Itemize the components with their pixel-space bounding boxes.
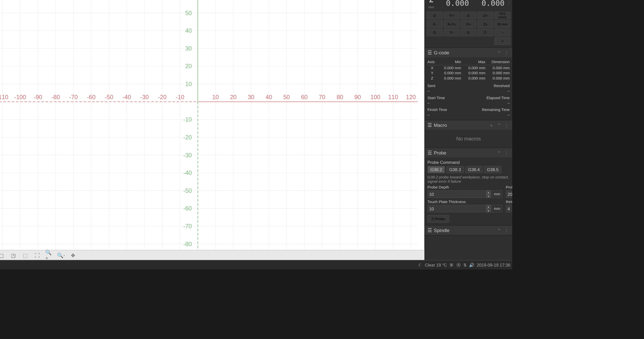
probe-title: Probe	[434, 150, 494, 155]
visualizer-canvas[interactable]: -120-110-100-90-80-70-60-50-40-30-20-101…	[0, 0, 424, 250]
svg-text:-40: -40	[122, 94, 131, 100]
step-dec-button[interactable]: −	[494, 29, 510, 36]
menu-icon: ☰	[427, 227, 432, 233]
jog-y-minus-button[interactable]: Y-	[443, 29, 459, 36]
vb-front-icon[interactable]: ▢	[0, 251, 5, 259]
axes-widget: ☰ Axes ⌨ MDI ⚙ ⌃ ⋮ AxisMachine PositionW…	[425, 0, 512, 48]
vb-cube-icon[interactable]: ⬚	[21, 251, 29, 259]
units-button[interactable]: G21 (mm)	[494, 12, 510, 19]
probe-tab-g382[interactable]: G38.2	[427, 166, 445, 173]
svg-text:-30: -30	[140, 94, 149, 100]
vb-zoomin-icon[interactable]: 🔍+	[45, 251, 53, 259]
svg-text:-90: -90	[34, 94, 42, 100]
probe-collapse-button[interactable]: ⌃	[496, 150, 502, 156]
probe-tab-g383[interactable]: G38.3	[446, 166, 464, 173]
svg-text:20: 20	[185, 63, 192, 69]
macro-empty-text: No macros	[425, 130, 512, 147]
step-inc-button[interactable]: +	[494, 37, 510, 45]
macro-menu-button[interactable]: ⋮	[504, 122, 510, 128]
svg-text:-20: -20	[183, 134, 192, 141]
svg-text:40: 40	[185, 27, 192, 34]
weather-icon: ☾	[418, 263, 422, 268]
touch-plate-label: Touch Plate Thickness	[427, 200, 502, 204]
svg-text:120: 120	[406, 94, 416, 100]
probe-depth-label: Probe Depth	[427, 185, 502, 189]
os-taskbar: ◍ ▪ T ▶ ☾ Clear 19 °C ⛨ ⦿ ⇅ 🔊 2019-09-19…	[0, 260, 512, 269]
svg-text:40: 40	[266, 94, 272, 100]
location-icon[interactable]: ⦿	[456, 263, 461, 268]
svg-text:60: 60	[301, 94, 308, 100]
probe-tab-g385[interactable]: G38.5	[484, 166, 501, 173]
jog-x-minus-button[interactable]: X-	[426, 20, 443, 28]
probe-tab-g384[interactable]: G38.4	[465, 166, 483, 173]
svg-text:-80: -80	[51, 94, 60, 100]
probe-feed-input[interactable]	[506, 190, 512, 198]
volume-icon[interactable]: 🔊	[469, 263, 474, 268]
touch-plate-input[interactable]	[427, 205, 485, 212]
svg-text:30: 30	[248, 94, 254, 100]
svg-text:10: 10	[185, 81, 192, 87]
vb-zoomout-icon[interactable]: 🔍-	[57, 251, 65, 259]
menu-icon: ☰	[427, 150, 432, 156]
spindle-title: Spindle	[434, 228, 494, 233]
retraction-input[interactable]	[506, 205, 512, 212]
jog-xy-zero-button[interactable]: X₀Y₀	[443, 20, 459, 28]
probe-description: G38.2 probe toward workpiece, stop on co…	[427, 175, 509, 183]
spindle-collapse-button[interactable]: ⌃	[496, 227, 502, 233]
svg-text:-60: -60	[183, 205, 192, 212]
visualizer[interactable]: Upload G-code ▾ ▶ ⏸ ■ ✕ -120-110-100-90-…	[0, 0, 424, 260]
svg-text:10: 10	[212, 94, 219, 100]
jog-menu3-button[interactable]: ⊙	[426, 29, 443, 36]
svg-text:90: 90	[354, 94, 361, 100]
gcode-collapse-button[interactable]: ⌃	[496, 50, 502, 56]
probe-widget: ☰ Probe ⌃ ⋮ Probe Command G38.2 G38.3 G3…	[425, 148, 512, 225]
jog-z-zero-button[interactable]: Z₀	[477, 20, 493, 28]
svg-text:-50: -50	[105, 94, 113, 100]
step-size-button[interactable]: 50 mm	[494, 20, 510, 28]
svg-text:-60: -60	[87, 94, 96, 100]
probe-menu-button[interactable]: ⋮	[504, 150, 510, 156]
svg-text:-110: -110	[0, 94, 8, 100]
svg-text:-10: -10	[176, 94, 184, 100]
macro-widget: ☰ Macro + ⌃ ⋮ No macros	[425, 120, 512, 148]
shield-icon[interactable]: ⛨	[450, 263, 454, 268]
z-probe-button[interactable]: Z-Probe	[427, 215, 449, 222]
svg-text:100: 100	[370, 94, 380, 100]
jog-y-plus-button[interactable]: Y+	[443, 12, 459, 19]
vb-box-icon[interactable]: ◳	[10, 251, 17, 259]
jog-menu4-button[interactable]: ⊙	[460, 29, 477, 36]
add-macro-button[interactable]: +	[488, 122, 494, 128]
svg-text:-50: -50	[183, 187, 192, 194]
retraction-label: Retraction Distance	[506, 200, 512, 204]
macro-title: Macro	[434, 122, 487, 127]
menu-icon: ☰	[427, 50, 432, 56]
jog-menu2-button[interactable]: ⊙	[460, 12, 477, 19]
spindle-menu-button[interactable]: ⋮	[504, 227, 510, 233]
probe-command-label: Probe Command	[427, 160, 509, 165]
svg-text:20: 20	[230, 94, 237, 100]
spindle-widget: ☰ Spindle ⌃ ⋮	[425, 225, 512, 235]
macro-collapse-button[interactable]: ⌃	[496, 122, 502, 128]
gcode-widget: ☰ G-code ⌃ ⋮ AxisMinMaxDimension X0.000 …	[425, 48, 512, 120]
weather-text: Clear 19 °C	[425, 263, 447, 268]
menu-icon: ☰	[427, 122, 432, 128]
jog-z-plus-button[interactable]: Z+	[477, 12, 493, 19]
svg-text:-70: -70	[69, 94, 78, 100]
svg-text:-10: -10	[183, 116, 192, 123]
probe-depth-input[interactable]	[427, 190, 485, 198]
svg-text:50: 50	[185, 10, 192, 16]
jog-x-plus-button[interactable]: X+	[460, 20, 477, 28]
jog-menu-button[interactable]: ⊙	[426, 12, 443, 19]
svg-text:-30: -30	[183, 152, 192, 159]
vb-fit-icon[interactable]: ⛶	[33, 251, 41, 259]
svg-text:30: 30	[185, 45, 192, 52]
svg-text:-20: -20	[158, 94, 166, 100]
vb-move-icon[interactable]: ✥	[69, 251, 77, 259]
svg-text:80: 80	[336, 94, 343, 100]
gcode-menu-button[interactable]: ⋮	[504, 50, 510, 56]
gcode-title: G-code	[434, 50, 494, 55]
svg-text:50: 50	[283, 94, 290, 100]
network-icon[interactable]: ⇅	[463, 263, 467, 268]
jog-z-minus-button[interactable]: Z-	[477, 29, 493, 36]
clock-text: 2019-09-19 17:36	[477, 263, 510, 268]
